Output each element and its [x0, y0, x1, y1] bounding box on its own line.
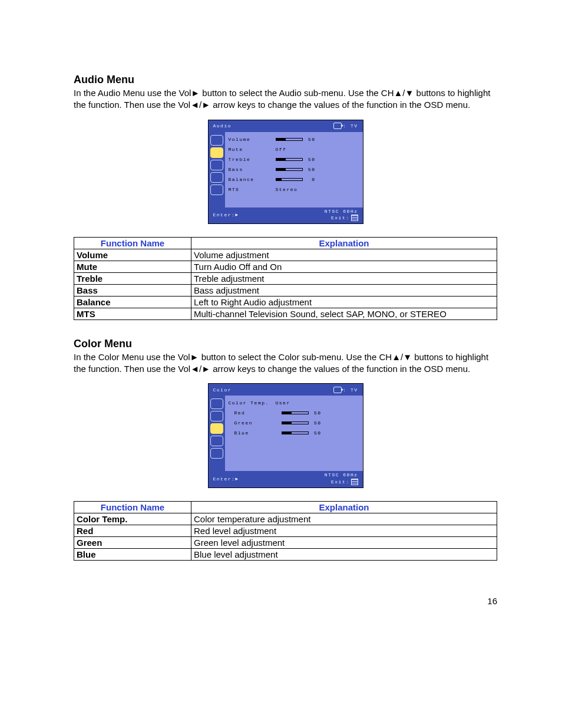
osd-row: MuteOff — [229, 144, 359, 154]
table-cell-name: Volume — [74, 249, 191, 261]
table-row: BassBass adjustment — [74, 284, 497, 296]
table-cell-name: Color Temp. — [74, 513, 191, 525]
table-cell-explanation: Turn Audio Off and On — [191, 261, 497, 272]
osd-row-label: Treble — [229, 157, 276, 162]
audio-osd-input: : TV — [343, 123, 358, 129]
table-cell-name: Mute — [74, 261, 191, 272]
osd-row: Color Temp.User — [229, 398, 359, 408]
osd-side-icon — [210, 160, 223, 170]
table-cell-name: Bass — [74, 284, 191, 296]
table-row: RedRed level adjustment — [74, 525, 497, 536]
table-cell-explanation: Volume adjustment — [191, 249, 497, 261]
audio-osd-footer-right-top: NTSC 60Hz — [325, 209, 358, 214]
osd-side-icon — [210, 135, 223, 146]
table-header-fn: Function Name — [74, 501, 191, 513]
table-row: TrebleTreble adjustment — [74, 272, 497, 284]
osd-row: Bass50 — [229, 164, 359, 174]
table-cell-explanation: Bass adjustment — [191, 284, 497, 296]
color-osd-sidebar — [209, 396, 225, 471]
osd-row-label: MTS — [229, 187, 276, 192]
osd-value: Stereo — [276, 187, 359, 192]
table-cell-name: MTS — [74, 308, 191, 319]
audio-osd-footer-right-bottom: Exit: — [331, 215, 350, 220]
table-cell-name: Blue — [74, 548, 191, 560]
osd-side-icon — [210, 185, 223, 195]
color-osd-footer-right-bottom: Exit: — [331, 479, 350, 484]
osd-value: 50 — [309, 430, 322, 436]
table-header-ex: Explanation — [191, 501, 497, 513]
color-osd-screenshot: Color : TV Color Temp.UserRed50Green50Bl… — [208, 383, 363, 487]
osd-slider — [276, 178, 303, 181]
osd-row-label: Red — [229, 410, 282, 416]
audio-function-table: Function Name Explanation VolumeVolume a… — [74, 237, 497, 320]
table-cell-name: Treble — [74, 272, 191, 284]
color-osd-footer-left: Enter:► — [213, 476, 239, 482]
osd-value: Off — [276, 147, 359, 152]
page-number: 16 — [74, 596, 497, 606]
table-row: GreenGreen level adjustment — [74, 536, 497, 548]
osd-row-label: Green — [229, 420, 282, 426]
table-cell-name: Red — [74, 525, 191, 536]
osd-slider — [282, 421, 309, 424]
color-osd-input: : TV — [343, 387, 358, 393]
osd-side-icon — [210, 172, 223, 183]
color-heading: Color Menu — [74, 338, 497, 350]
osd-row: Balance0 — [229, 174, 359, 185]
osd-row-label: Balance — [229, 177, 276, 182]
audio-osd-footer-left: Enter:► — [213, 212, 239, 218]
table-cell-name: Balance — [74, 296, 191, 308]
osd-row-label: Blue — [229, 430, 282, 436]
table-header-ex: Explanation — [191, 237, 497, 249]
osd-slider — [276, 138, 303, 141]
audio-desc: In the Audio Menu use the Vol► button to… — [74, 87, 497, 111]
osd-value: 50 — [303, 157, 316, 162]
color-osd-footer-right-top: NTSC 60Hz — [325, 472, 358, 477]
audio-osd-sidebar — [209, 132, 225, 207]
table-row: MTSMulti-channel Television Sound, selec… — [74, 308, 497, 319]
audio-osd-body: Volume50MuteOffTreble50Bass50Balance0MTS… — [225, 132, 363, 207]
input-icon — [333, 123, 342, 129]
table-row: Color Temp.Color temperature adjustment — [74, 513, 497, 525]
osd-row: Red50 — [229, 408, 359, 418]
input-icon — [333, 387, 342, 393]
osd-side-icon — [210, 398, 223, 409]
osd-side-icon — [210, 423, 223, 434]
table-cell-explanation: Blue level adjustment — [191, 548, 497, 560]
osd-value: 0 — [303, 177, 316, 182]
table-cell-explanation: Color temperature adjustment — [191, 513, 497, 525]
osd-value: 50 — [303, 167, 316, 172]
menu-icon — [351, 479, 358, 485]
osd-value: 50 — [303, 137, 316, 142]
table-cell-name: Green — [74, 536, 191, 548]
osd-row: Blue50 — [229, 428, 359, 438]
osd-row-label: Color Temp. — [229, 400, 276, 406]
table-row: MuteTurn Audio Off and On — [74, 261, 497, 272]
table-cell-explanation: Red level adjustment — [191, 525, 497, 536]
menu-icon — [351, 215, 358, 221]
osd-slider — [282, 431, 309, 434]
osd-side-icon — [210, 147, 223, 158]
audio-osd-screenshot: Audio : TV Volume50MuteOffTreble50Bass50… — [208, 120, 363, 224]
osd-value: 50 — [309, 410, 322, 416]
osd-slider — [276, 168, 303, 171]
table-row: BalanceLeft to Right Audio adjustment — [74, 296, 497, 308]
table-cell-explanation: Left to Right Audio adjustment — [191, 296, 497, 308]
osd-row: Volume50 — [229, 134, 359, 144]
osd-row: MTSStereo — [229, 185, 359, 195]
osd-row-label: Volume — [229, 137, 276, 142]
audio-osd-title: Audio — [213, 123, 232, 129]
osd-row-label: Mute — [229, 147, 276, 152]
color-desc: In the Color Menu use the Vol► button to… — [74, 351, 497, 375]
osd-value: User — [276, 400, 359, 406]
osd-row-label: Bass — [229, 167, 276, 172]
osd-slider — [282, 411, 309, 414]
osd-row: Treble50 — [229, 154, 359, 164]
osd-side-icon — [210, 448, 223, 459]
osd-value: 50 — [309, 420, 322, 426]
table-cell-explanation: Green level adjustment — [191, 536, 497, 548]
color-osd-body: Color Temp.UserRed50Green50Blue50 — [225, 396, 363, 471]
table-cell-explanation: Multi-channel Television Sound, select S… — [191, 308, 497, 319]
osd-side-icon — [210, 411, 223, 421]
table-row: VolumeVolume adjustment — [74, 249, 497, 261]
osd-row: Green50 — [229, 418, 359, 428]
